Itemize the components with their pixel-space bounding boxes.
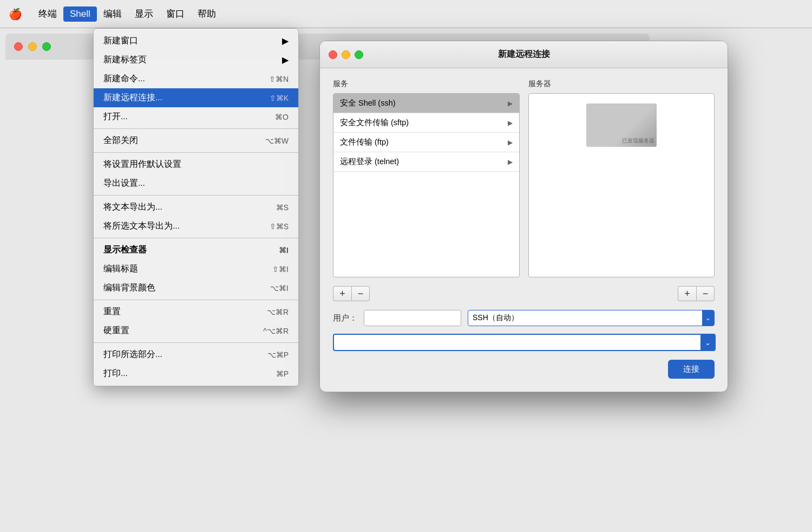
menu-item-print-selection[interactable]: 打印所选部分... ⌥⌘P — [94, 345, 298, 364]
user-row: 用户： SSH（自动） ⌄ — [333, 310, 715, 326]
separator-6 — [94, 342, 298, 343]
connect-row: 连接 — [333, 360, 715, 379]
separator-1 — [94, 128, 298, 129]
menu-item-new-window[interactable]: 新建窗口 ▶ — [94, 31, 298, 50]
traffic-light-yellow[interactable] — [28, 42, 37, 51]
menu-item-inspector[interactable]: 显示检查器 ⌘I — [94, 241, 298, 259]
service-item-ftp[interactable]: 文件传输 (ftp) ▶ — [333, 133, 519, 152]
auth-chevron-icon: ⌄ — [702, 310, 714, 326]
dialog-tl-red[interactable] — [329, 50, 337, 59]
menubar-item-edit[interactable]: 编辑 — [97, 5, 128, 22]
menu-item-open[interactable]: 打开... ⌘O — [94, 107, 298, 126]
menu-item-new-command[interactable]: 新建命令... ⇧⌘N — [94, 69, 298, 88]
separator-4 — [94, 238, 298, 238]
menubar-item-window[interactable]: 窗口 — [160, 5, 191, 22]
add-service-button[interactable]: + — [333, 286, 351, 301]
auth-select[interactable]: SSH（自动） ⌄ — [468, 310, 715, 326]
menubar-item-view[interactable]: 显示 — [128, 5, 160, 22]
buttons-row: + − + − — [333, 286, 715, 301]
bottom-row: ⌄ — [333, 334, 715, 351]
dialog-titlebar: 新建远程连接 — [320, 41, 728, 68]
traffic-light-red[interactable] — [14, 42, 23, 51]
apple-menu-icon[interactable]: 🍎 — [9, 8, 22, 21]
connect-button[interactable]: 连接 — [668, 360, 715, 379]
menu-item-reset[interactable]: 重置 ⌥⌘R — [94, 302, 298, 321]
service-arrow-icon: ▶ — [508, 100, 513, 107]
dialog-title: 新建远程连接 — [498, 49, 550, 60]
menu-item-new-remote[interactable]: 新建远程连接... ⇧⌘K — [94, 88, 298, 107]
dialog-tl-yellow[interactable] — [342, 50, 350, 59]
menu-item-new-tab[interactable]: 新建标签页 ▶ — [94, 50, 298, 69]
add-server-button[interactable]: + — [678, 286, 696, 301]
service-arrow-icon: ▶ — [508, 139, 513, 146]
user-input[interactable] — [364, 310, 461, 326]
remove-server-button[interactable]: − — [696, 286, 715, 301]
menu-item-edit-bg-color[interactable]: 编辑背景颜色 ⌥⌘I — [94, 278, 298, 297]
menu-item-export-selected-text[interactable]: 将所选文本导出为... ⇧⌘S — [94, 217, 298, 236]
menu-item-hard-reset[interactable]: 硬重置 ^⌥⌘R — [94, 321, 298, 340]
menubar-item-terminal[interactable]: 终端 — [32, 5, 63, 22]
menu-item-use-as-default[interactable]: 将设置用作默认设置 — [94, 155, 298, 174]
separator-5 — [94, 300, 298, 300]
service-item-sftp[interactable]: 安全文件传输 (sftp) ▶ — [333, 113, 519, 133]
services-label: 服务 — [333, 79, 520, 89]
menu-item-print[interactable]: 打印... ⌘P — [94, 364, 298, 383]
server-button-group: + − — [678, 286, 715, 301]
submenu-arrow-icon: ▶ — [282, 36, 289, 46]
menu-item-export-text[interactable]: 将文本导出为... ⌘S — [94, 198, 298, 217]
services-section: 服务 安全 Shell (ssh) ▶ 安全文件传输 (sftp) ▶ 文件传输… — [333, 79, 520, 277]
shell-dropdown-menu: 新建窗口 ▶ 新建标签页 ▶ 新建命令... ⇧⌘N 新建远程连接... ⇧⌘K… — [93, 28, 299, 386]
dialog-tl-green[interactable] — [355, 50, 363, 59]
service-item-telnet[interactable]: 远程登录 (telnet) ▶ — [333, 152, 519, 172]
menu-item-close-all[interactable]: 全部关闭 ⌥⌘W — [94, 131, 298, 150]
user-label: 用户： — [333, 313, 357, 323]
menubar-item-help[interactable]: 帮助 — [191, 5, 222, 22]
panels-row: 服务 安全 Shell (ssh) ▶ 安全文件传输 (sftp) ▶ 文件传输… — [333, 79, 715, 277]
separator-2 — [94, 152, 298, 153]
traffic-light-green[interactable] — [42, 42, 51, 51]
dialog-traffic-lights — [329, 50, 363, 59]
services-list: 安全 Shell (ssh) ▶ 安全文件传输 (sftp) ▶ 文件传输 (f… — [333, 93, 520, 277]
separator-3 — [94, 195, 298, 196]
new-remote-connection-dialog: 新建远程连接 服务 安全 Shell (ssh) ▶ 安全文件传输 (sftp)… — [319, 41, 728, 392]
menu-item-export-settings[interactable]: 导出设置... — [94, 174, 298, 193]
server-panel: 已发现服务器 — [528, 93, 715, 277]
bottom-input-chevron-icon[interactable]: ⌄ — [700, 334, 715, 351]
menu-item-edit-title[interactable]: 编辑标题 ⇧⌘I — [94, 259, 298, 278]
dialog-body: 服务 安全 Shell (ssh) ▶ 安全文件传输 (sftp) ▶ 文件传输… — [320, 68, 728, 392]
service-arrow-icon: ▶ — [508, 158, 513, 166]
service-arrow-icon: ▶ — [508, 119, 513, 127]
bottom-input[interactable] — [333, 334, 716, 351]
server-section: 服务器 已发现服务器 — [528, 79, 715, 277]
service-item-ssh[interactable]: 安全 Shell (ssh) ▶ — [333, 94, 519, 113]
remove-service-button[interactable]: − — [351, 286, 370, 301]
menubar: 🍎 终端 Shell 编辑 显示 窗口 帮助 — [0, 0, 812, 28]
menubar-item-shell[interactable]: Shell — [63, 7, 97, 22]
server-label: 服务器 — [528, 79, 715, 89]
auth-select-label: SSH（自动） — [473, 313, 519, 323]
submenu-arrow-icon: ▶ — [282, 55, 289, 65]
service-button-group: + − — [333, 286, 370, 301]
